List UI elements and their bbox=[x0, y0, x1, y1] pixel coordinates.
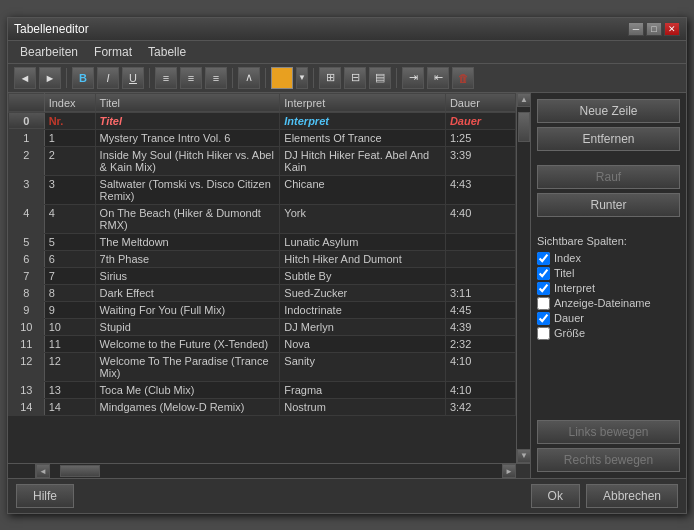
index-cell[interactable]: 14 bbox=[44, 398, 95, 415]
dauer-cell[interactable]: 1:25 bbox=[445, 129, 515, 146]
titel-cell[interactable]: Stupid bbox=[95, 318, 280, 335]
align-center-button[interactable]: ≡ bbox=[180, 67, 202, 89]
scroll-left-button[interactable]: ◄ bbox=[36, 464, 50, 478]
interpret-cell[interactable]: Sanity bbox=[280, 352, 446, 381]
dauer-cell[interactable] bbox=[445, 267, 515, 284]
scroll-down-button[interactable]: ▼ bbox=[517, 449, 531, 463]
checkbox-item-interpret[interactable]: Interpret bbox=[537, 281, 680, 296]
scroll-thumb-v[interactable] bbox=[518, 112, 530, 142]
align-left-button[interactable]: ≡ bbox=[155, 67, 177, 89]
underline-button[interactable]: U bbox=[122, 67, 144, 89]
table-row[interactable]: 10 10 Stupid DJ Merlyn 4:39 bbox=[9, 318, 516, 335]
dauer-cell[interactable]: 4:43 bbox=[445, 175, 515, 204]
abbrechen-button[interactable]: Abbrechen bbox=[586, 484, 678, 508]
checkbox-interpret[interactable] bbox=[537, 282, 550, 295]
titel-cell[interactable]: Toca Me (Club Mix) bbox=[95, 381, 280, 398]
table-row[interactable]: 7 7 Sirius Subtle By bbox=[9, 267, 516, 284]
checkbox-item-index[interactable]: Index bbox=[537, 251, 680, 266]
table-row[interactable]: 4 4 On The Beach (Hiker & Dumondt RMX) Y… bbox=[9, 204, 516, 233]
back-button[interactable]: ◄ bbox=[14, 67, 36, 89]
index-cell[interactable]: 2 bbox=[44, 146, 95, 175]
titel-cell[interactable]: Waiting For You (Full Mix) bbox=[95, 301, 280, 318]
dauer-cell[interactable]: 4:45 bbox=[445, 301, 515, 318]
index-cell[interactable]: 13 bbox=[44, 381, 95, 398]
hilfe-button[interactable]: Hilfe bbox=[16, 484, 74, 508]
titel-cell[interactable]: Titel bbox=[95, 112, 280, 129]
delete-button[interactable]: 🗑 bbox=[452, 67, 474, 89]
dauer-cell[interactable] bbox=[445, 250, 515, 267]
index-cell[interactable]: 8 bbox=[44, 284, 95, 301]
vertical-scrollbar[interactable]: ▲ ▼ bbox=[516, 93, 530, 463]
interpret-cell[interactable]: Subtle By bbox=[280, 267, 446, 284]
table-row[interactable]: 5 5 The Meltdown Lunatic Asylum bbox=[9, 233, 516, 250]
interpret-cell[interactable]: Lunatic Asylum bbox=[280, 233, 446, 250]
titel-cell[interactable]: Welcome To The Paradise (Trance Mix) bbox=[95, 352, 280, 381]
titel-cell[interactable]: Welcome to the Future (X-Tended) bbox=[95, 335, 280, 352]
scroll-up-button[interactable]: ▲ bbox=[517, 93, 531, 107]
table-row[interactable]: 2 2 Inside My Soul (Hitch Hiker vs. Abel… bbox=[9, 146, 516, 175]
table-row[interactable]: 12 12 Welcome To The Paradise (Trance Mi… bbox=[9, 352, 516, 381]
table-insert-button[interactable]: ⊞ bbox=[319, 67, 341, 89]
checkbox-item-gr--e[interactable]: Größe bbox=[537, 326, 680, 341]
index-cell[interactable]: 7 bbox=[44, 267, 95, 284]
color-dropdown-button[interactable]: ▼ bbox=[296, 67, 308, 89]
titel-cell[interactable]: The Meltdown bbox=[95, 233, 280, 250]
ok-button[interactable]: Ok bbox=[531, 484, 580, 508]
neue-zeile-button[interactable]: Neue Zeile bbox=[537, 99, 680, 123]
index-cell[interactable]: 4 bbox=[44, 204, 95, 233]
bold-button[interactable]: B bbox=[72, 67, 94, 89]
links-bewegen-button[interactable]: Links bewegen bbox=[537, 420, 680, 444]
table-row[interactable]: 3 3 Saltwater (Tomski vs. Disco Citizen … bbox=[9, 175, 516, 204]
rechts-bewegen-button[interactable]: Rechts bewegen bbox=[537, 448, 680, 472]
indent-button[interactable]: ⇥ bbox=[402, 67, 424, 89]
table-row[interactable]: 0 Nr. Titel Interpret Dauer bbox=[9, 112, 516, 129]
menu-format[interactable]: Format bbox=[86, 43, 140, 61]
table-row[interactable]: 6 6 7th Phase Hitch Hiker And Dumont bbox=[9, 250, 516, 267]
maximize-button[interactable]: □ bbox=[646, 22, 662, 36]
dauer-cell[interactable]: 4:10 bbox=[445, 381, 515, 398]
table-row[interactable]: 13 13 Toca Me (Club Mix) Fragma 4:10 bbox=[9, 381, 516, 398]
checkbox-item-anzeige-dateiname[interactable]: Anzeige-Dateiname bbox=[537, 296, 680, 311]
dauer-cell[interactable]: 3:11 bbox=[445, 284, 515, 301]
checkbox-größe[interactable] bbox=[537, 327, 550, 340]
interpret-cell[interactable]: Interpret bbox=[280, 112, 446, 129]
titel-cell[interactable]: 7th Phase bbox=[95, 250, 280, 267]
forward-button[interactable]: ► bbox=[39, 67, 61, 89]
checkbox-anzeige-dateiname[interactable] bbox=[537, 297, 550, 310]
interpret-cell[interactable]: DJ Hitch Hiker Feat. Abel And Kain bbox=[280, 146, 446, 175]
table-row[interactable]: 9 9 Waiting For You (Full Mix) Indoctrin… bbox=[9, 301, 516, 318]
index-cell[interactable]: 5 bbox=[44, 233, 95, 250]
interpret-cell[interactable]: Nostrum bbox=[280, 398, 446, 415]
menu-tabelle[interactable]: Tabelle bbox=[140, 43, 194, 61]
scroll-right-button[interactable]: ► bbox=[502, 464, 516, 478]
titel-cell[interactable]: Mindgames (Melow-D Remix) bbox=[95, 398, 280, 415]
checkbox-index[interactable] bbox=[537, 252, 550, 265]
index-cell[interactable]: 3 bbox=[44, 175, 95, 204]
outdent-button[interactable]: ⇤ bbox=[427, 67, 449, 89]
index-cell[interactable]: 9 bbox=[44, 301, 95, 318]
interpret-cell[interactable]: Nova bbox=[280, 335, 446, 352]
checkbox-titel[interactable] bbox=[537, 267, 550, 280]
interpret-cell[interactable]: Indoctrinate bbox=[280, 301, 446, 318]
checkbox-item-dauer[interactable]: Dauer bbox=[537, 311, 680, 326]
titel-cell[interactable]: Mystery Trance Intro Vol. 6 bbox=[95, 129, 280, 146]
table-row[interactable]: 14 14 Mindgames (Melow-D Remix) Nostrum … bbox=[9, 398, 516, 415]
index-cell[interactable]: 11 bbox=[44, 335, 95, 352]
index-cell[interactable]: 6 bbox=[44, 250, 95, 267]
rauf-button[interactable]: Rauf bbox=[537, 165, 680, 189]
index-cell[interactable]: Nr. bbox=[44, 112, 95, 129]
dauer-cell[interactable]: 2:32 bbox=[445, 335, 515, 352]
color-picker-button[interactable] bbox=[271, 67, 293, 89]
index-cell[interactable]: 1 bbox=[44, 129, 95, 146]
table-row[interactable]: 1 1 Mystery Trance Intro Vol. 6 Elements… bbox=[9, 129, 516, 146]
table-row[interactable]: 11 11 Welcome to the Future (X-Tended) N… bbox=[9, 335, 516, 352]
interpret-cell[interactable]: Sued-Zucker bbox=[280, 284, 446, 301]
checkbox-dauer[interactable] bbox=[537, 312, 550, 325]
titel-cell[interactable]: Dark Effect bbox=[95, 284, 280, 301]
dauer-cell[interactable] bbox=[445, 233, 515, 250]
index-cell[interactable]: 12 bbox=[44, 352, 95, 381]
titel-cell[interactable]: Inside My Soul (Hitch Hiker vs. Abel & K… bbox=[95, 146, 280, 175]
table-row[interactable]: 8 8 Dark Effect Sued-Zucker 3:11 bbox=[9, 284, 516, 301]
sort-button[interactable]: ∧ bbox=[238, 67, 260, 89]
dauer-cell[interactable]: 4:40 bbox=[445, 204, 515, 233]
